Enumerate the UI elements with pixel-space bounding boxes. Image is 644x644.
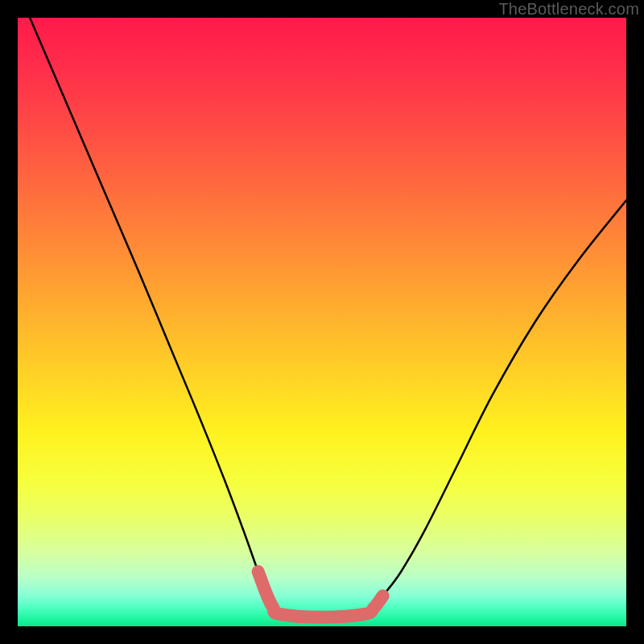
plot-area [18,18,626,626]
chart-container: TheBottleneck.com [0,0,644,644]
watermark-text: TheBottleneck.com [498,0,639,19]
curve-layer [18,18,626,626]
series-red-overlay [258,572,383,617]
series-black-curve [30,18,626,617]
